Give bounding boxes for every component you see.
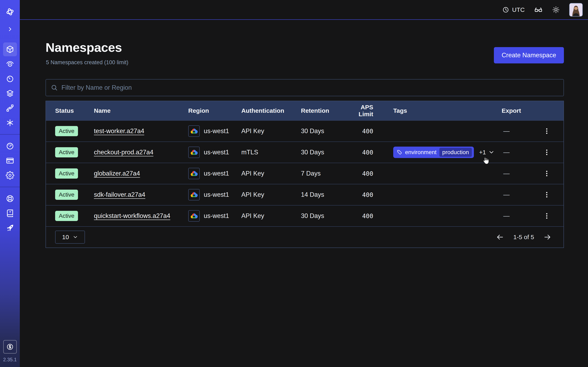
aps-limit-value: 400 [347, 149, 373, 156]
retention-value: 30 Days [301, 127, 347, 135]
chevron-down-icon [73, 234, 78, 240]
gcp-icon [188, 189, 200, 200]
sidebar-item-billing[interactable] [3, 154, 17, 167]
gcp-icon [188, 147, 200, 158]
arrow-right-icon [544, 233, 551, 241]
page-size-select[interactable]: 10 [55, 231, 85, 244]
aps-limit-value: 400 [347, 128, 373, 135]
region-label: us-west1 [204, 149, 229, 156]
aps-limit-value: 400 [347, 212, 373, 220]
table-footer: 10 1-5 of 5 [46, 226, 563, 248]
row-menu-button[interactable] [543, 191, 550, 198]
table-header: Status Name Region Authentication Retent… [46, 101, 563, 120]
column-header-region: Region [188, 107, 241, 114]
sidebar-item-docs[interactable] [3, 206, 17, 220]
column-header-tags: Tags [373, 107, 502, 114]
region-label: us-west1 [204, 170, 229, 177]
column-header-aps-limit: APS Limit [347, 104, 373, 118]
timezone-label: UTC [512, 6, 525, 13]
pagination: 1-5 of 5 [496, 233, 551, 241]
status-badge: Active [55, 126, 78, 136]
namespace-link[interactable]: checkout-prod.a27a4 [94, 149, 153, 156]
tag-pill[interactable]: environment production [393, 147, 474, 158]
next-page-button[interactable] [544, 233, 551, 241]
region-label: us-west1 [204, 127, 229, 135]
namespaces-table: Status Name Region Authentication Retent… [45, 101, 564, 248]
badge-dollar-icon [6, 343, 14, 351]
aps-limit-value: 400 [347, 191, 373, 198]
sun-icon [552, 6, 560, 14]
arrow-left-icon [496, 233, 504, 241]
glasses-icon [534, 6, 543, 14]
row-menu-button[interactable] [543, 149, 550, 156]
sidebar-item-settings[interactable] [3, 168, 17, 182]
status-badge: Active [55, 190, 78, 200]
sidebar: 2.35.1 [0, 0, 20, 367]
labs-button[interactable] [534, 6, 543, 14]
namespace-link[interactable]: test-worker.a27a4 [94, 127, 144, 134]
status-badge: Active [55, 168, 78, 179]
status-badge: Active [55, 211, 78, 221]
namespace-link[interactable]: globalizer.a27a4 [94, 170, 140, 177]
previous-page-button[interactable] [496, 233, 504, 241]
auth-value: API Key [241, 170, 301, 177]
retention-value: 7 Days [301, 170, 347, 177]
temporal-logo[interactable] [3, 5, 17, 19]
table-row: Active sdk-failover.a27a4 us-west1 API K… [46, 184, 563, 205]
sidebar-divider [0, 187, 20, 187]
clock-icon [502, 6, 509, 13]
column-header-retention: Retention [301, 107, 347, 114]
auth-value: API Key [241, 191, 301, 198]
row-menu-button[interactable] [543, 127, 550, 135]
chevron-down-icon [488, 149, 494, 155]
kebab-icon [543, 127, 550, 135]
column-header-authentication: Authentication [241, 107, 301, 114]
row-menu-button[interactable] [543, 212, 550, 220]
topbar: UTC [20, 0, 588, 20]
user-avatar[interactable] [569, 3, 583, 17]
sidebar-item-nexus[interactable] [3, 101, 17, 115]
sidebar-expand-button[interactable] [3, 24, 17, 34]
sidebar-item-deployments[interactable] [3, 86, 17, 100]
namespace-link[interactable]: quickstart-workflows.a27a4 [94, 212, 170, 219]
sidebar-item-batch[interactable] [3, 116, 17, 130]
tags-more-count: +1 [479, 149, 486, 156]
aps-limit-value: 400 [347, 170, 373, 177]
timezone-button[interactable]: UTC [502, 6, 525, 13]
row-menu-button[interactable] [543, 170, 550, 177]
avatar-image [570, 3, 582, 16]
table-row: Active test-worker.a27a4 us-west1 API Ke… [46, 120, 563, 142]
column-header-export: Export [502, 107, 563, 114]
kebab-icon [543, 191, 550, 198]
table-row: Active quickstart-workflows.a27a4 us-wes… [46, 205, 563, 226]
column-header-status: Status [55, 107, 94, 114]
export-value: — [503, 149, 510, 156]
gcp-icon [188, 125, 200, 137]
tags-expand-button[interactable]: +1 [479, 149, 494, 156]
retention-value: 30 Days [301, 212, 347, 220]
create-namespace-button[interactable]: Create Namespace [494, 47, 564, 63]
tag-key: environment [405, 149, 437, 156]
sidebar-item-schedules[interactable] [3, 72, 17, 86]
retention-value: 14 Days [301, 191, 347, 198]
sidebar-item-getting-started[interactable] [3, 221, 17, 235]
auth-value: mTLS [241, 149, 301, 156]
kebab-icon [543, 170, 550, 177]
auth-value: API Key [241, 212, 301, 220]
credits-button[interactable] [3, 340, 17, 354]
theme-toggle-button[interactable] [552, 6, 560, 14]
tags-cell: environment production +1 [373, 147, 502, 158]
kebab-icon [543, 149, 550, 156]
filter-input[interactable] [61, 84, 559, 91]
sidebar-item-namespaces[interactable] [3, 42, 17, 56]
page-subtitle: 5 Namespaces created (100 limit) [46, 59, 129, 66]
sidebar-item-workflows[interactable] [3, 57, 17, 71]
filter-bar [45, 79, 564, 96]
namespace-link[interactable]: sdk-failover.a27a4 [94, 191, 145, 198]
sidebar-item-support[interactable] [3, 192, 17, 206]
export-value: — [503, 170, 510, 177]
tag-icon [397, 150, 402, 155]
export-value: — [503, 191, 510, 198]
pagination-range: 1-5 of 5 [513, 234, 534, 241]
sidebar-item-usage[interactable] [3, 139, 17, 153]
